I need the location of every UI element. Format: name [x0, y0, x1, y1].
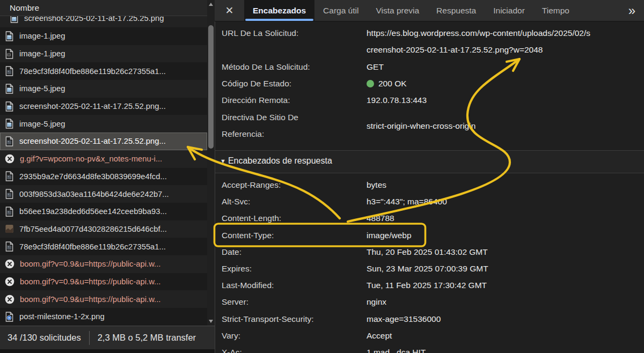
request-name: screenshot-2025-02-11-at-17.25.52.png... — [19, 102, 166, 111]
tab-carga-útil[interactable]: Carga útil — [314, 0, 367, 21]
request-name: image-5.jpeg — [19, 84, 65, 93]
request-row[interactable]: post-milestone-1-2x.png — [0, 308, 207, 326]
header-value: 1.mad _dca HIT — [367, 348, 426, 353]
status-divider — [89, 331, 90, 345]
content-type-row: Content-Type:image/webp — [215, 231, 644, 242]
header-name: Accept-Ranges: — [222, 180, 281, 190]
file-image-dark-icon — [5, 66, 14, 76]
header-name: Date: — [222, 247, 241, 257]
request-method-value: GET — [367, 62, 384, 72]
scrollbar-thumb[interactable] — [208, 25, 214, 149]
request-name: 78e9cf3fd8f40fbe886e119b26c27355a1... — [19, 242, 166, 251]
tab-encabezados[interactable]: Encabezados — [244, 0, 314, 21]
scrollbar-down-icon[interactable] — [209, 320, 213, 323]
request-row[interactable]: 78e9cf3fd8f40fbe886e119b26c27355a1... — [0, 62, 207, 80]
request-name: image-1.jpeg — [19, 49, 65, 58]
request-row[interactable]: 003f9853d3a03ea1164b6424de6e242b7... — [0, 185, 207, 203]
request-name: b56ee19a238ded6d56ee142ceeb9ba93... — [19, 207, 167, 216]
response-header-row: Content-Length:488788 — [215, 214, 644, 225]
file-image-dark-icon — [5, 171, 14, 181]
status-code-text: 200 OK — [378, 79, 407, 88]
file-image-icon — [10, 16, 19, 23]
headers-pane: URL De La Solicitud: https://es.blog.wor… — [215, 21, 644, 353]
request-row-selected[interactable]: screenshot-2025-02-11-at-17.25.52.png... — [0, 133, 207, 150]
header-name: Strict-Transport-Security: — [222, 314, 314, 324]
scrollbar-up-icon[interactable] — [209, 3, 213, 6]
active-tab-underline — [245, 19, 313, 21]
collapse-triangle-icon[interactable]: ▼ — [220, 158, 226, 164]
file-badge-icon — [5, 312, 14, 322]
file-image-icon — [5, 84, 14, 94]
request-name: 7fb75eed4a0077d43028286215d646cbf... — [19, 225, 167, 233]
request-url-line2: creenshot-2025-02-11-at-17.25.52.png?w=2… — [367, 45, 543, 55]
header-name: Expires: — [222, 264, 252, 274]
header-name: Last-Modified: — [222, 281, 274, 290]
response-header-row: Vary:Accept — [215, 331, 644, 343]
error-x-icon — [5, 259, 14, 269]
header-value: 488788 — [367, 214, 394, 223]
request-name: 2935b9a2e7d6634d8fe3b0839699e4fcd... — [19, 172, 167, 181]
request-row[interactable]: 78e9cf3fd8f40fbe886e119b26c27355a1... — [0, 238, 207, 255]
file-image-dark-icon — [5, 189, 14, 199]
column-header-nombre[interactable]: Nombre — [0, 0, 215, 16]
file-image-icon — [5, 31, 14, 41]
photo-thumb-icon — [5, 224, 14, 234]
tab-tiempo[interactable]: Tiempo — [533, 0, 578, 21]
header-value: image/webp — [367, 231, 412, 240]
error-x-icon — [5, 154, 14, 164]
request-row[interactable]: g.gif?v=wpcom-no-pv&x_notes-menu-i... — [0, 150, 207, 168]
request-row[interactable]: b56ee19a238ded6d56ee142ceeb9ba93... — [0, 203, 207, 220]
tab-respuesta[interactable]: Respuesta — [428, 0, 485, 21]
tab-iniciador[interactable]: Iniciador — [485, 0, 533, 21]
request-name: post-milestone-1-2x.png — [19, 312, 105, 321]
request-row[interactable]: image-5.jpeg — [0, 115, 207, 133]
left-scrollbar[interactable] — [207, 0, 215, 326]
status-code-value: 200 OK — [367, 79, 407, 89]
request-row[interactable]: image-1.jpeg — [0, 45, 207, 63]
request-row[interactable]: image-1.jpeg — [0, 27, 207, 45]
tab-strip: EncabezadosCarga útilVista previaRespues… — [244, 0, 578, 21]
transferred-size: 2,3 MB o 5,2 MB transfer — [98, 333, 196, 343]
request-name: boom.gif?v=0.9&u=https://public-api.w... — [20, 260, 160, 268]
header-value: max-age=31536000 — [367, 314, 441, 324]
header-value: nginx — [367, 297, 386, 307]
more-tabs-icon[interactable]: » — [628, 0, 644, 21]
request-row[interactable]: 7fb75eed4a0077d43028286215d646cbf... — [0, 220, 207, 238]
remote-address-value: 192.0.78.13:443 — [367, 95, 427, 105]
request-name: image-1.jpeg — [19, 32, 65, 40]
network-status-bar: 34 /130 solicitudes 2,3 MB o 5,2 MB tran… — [0, 326, 215, 349]
header-value: Thu, 20 Feb 2025 01:43:02 GMT — [367, 247, 488, 257]
tab-vista-previa[interactable]: Vista previa — [367, 0, 428, 21]
error-x-icon — [5, 277, 14, 286]
file-image-icon — [5, 119, 14, 129]
response-header-row: Strict-Transport-Security:max-age=315360… — [215, 314, 644, 326]
response-headers-section[interactable]: ▼ Encabezados de respuesta — [220, 156, 332, 166]
request-row[interactable]: image-5.jpeg — [0, 80, 207, 98]
header-name: Content-Type: — [222, 231, 274, 240]
header-value: Sun, 23 Mar 2025 07:00:39 GMT — [367, 264, 488, 274]
request-name: g.gif?v=wpcom-no-pv&x_notes-menu-i... — [20, 155, 162, 163]
header-name: Directiva De Sitio De Referencia: — [222, 109, 318, 142]
response-header-row: Date:Thu, 20 Feb 2025 01:43:02 GMT — [215, 247, 644, 259]
response-header-row: Expires:Sun, 23 Mar 2025 07:00:39 GMT — [215, 264, 644, 276]
request-row[interactable]: boom.gif?v=0.9&u=https://public-api.w... — [0, 290, 207, 308]
error-x-icon — [5, 295, 14, 304]
request-row[interactable]: boom.gif?v=0.9&u=https://public-api.w... — [0, 273, 207, 291]
request-name: screenshot-2025-02-11-at-17.25.52.png... — [19, 137, 166, 145]
header-name: Alt-Svc: — [222, 197, 250, 207]
request-row[interactable]: 2935b9a2e7d6634d8fe3b0839699e4fcd... — [0, 168, 207, 186]
response-header-row: Alt-Svc:h3=":443"; ma=86400 — [215, 197, 644, 209]
close-icon[interactable]: ✕ — [215, 0, 244, 21]
request-row-partial[interactable]: screenshot-2025-02-11-at-17.25.25.png — [0, 16, 207, 27]
bottom-strip — [0, 349, 215, 353]
file-image-dark-icon — [5, 241, 14, 252]
header-value: Tue, 11 Feb 2025 17:30:42 GMT — [367, 281, 487, 290]
header-name: Método De La Solicitud: — [222, 62, 362, 72]
request-row[interactable]: boom.gif?v=0.9&u=https://public-api.w... — [0, 255, 207, 273]
file-image-dark-icon — [5, 136, 14, 146]
header-name: Código De Estado: — [222, 79, 362, 89]
header-value: bytes — [367, 180, 386, 190]
header-name: Vary: — [222, 331, 240, 341]
request-row[interactable]: screenshot-2025-02-11-at-17.25.52.png... — [0, 98, 207, 115]
tab-label: Encabezados — [253, 6, 306, 15]
